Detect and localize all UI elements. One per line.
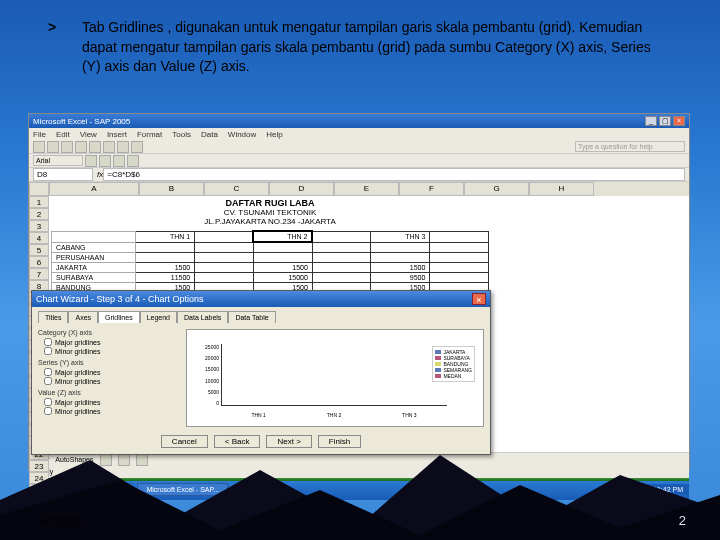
wizard-buttons: Cancel< BackNext >Finish <box>32 433 490 450</box>
toolbar-icon[interactable] <box>75 141 87 153</box>
status-bar: Ready <box>29 466 689 478</box>
row-header[interactable]: 3 <box>29 220 49 232</box>
toolbar-icon[interactable] <box>118 454 130 466</box>
row-header[interactable]: 4 <box>29 232 49 244</box>
wizard-button[interactable]: Cancel <box>161 435 208 448</box>
wizard-titlebar: Chart Wizard - Step 3 of 4 - Chart Optio… <box>32 291 490 307</box>
gridline-checkbox[interactable] <box>44 338 52 346</box>
standard-toolbar: Type a question for help <box>29 140 689 154</box>
formatting-toolbar: Arial <box>29 154 689 168</box>
chart-preview: 2500020000150001000050000 THN 1THN 2THN … <box>186 329 484 427</box>
row-header[interactable]: 23 <box>29 460 49 472</box>
menu-item[interactable]: Tools <box>172 130 191 139</box>
name-box[interactable]: D8 <box>33 168 93 181</box>
toolbar-icon[interactable] <box>89 141 101 153</box>
wizard-button[interactable]: Next > <box>266 435 311 448</box>
menu-item[interactable]: View <box>80 130 97 139</box>
wizard-button[interactable]: Finish <box>318 435 361 448</box>
minimize-button[interactable]: _ <box>645 116 657 126</box>
col-header[interactable]: D <box>269 182 334 196</box>
col-header[interactable]: A <box>49 182 139 196</box>
maximize-button[interactable]: ▢ <box>659 116 671 126</box>
windows-taskbar: start SAP PEND... Microsoft Excel - SAP.… <box>29 478 689 500</box>
menu-item[interactable]: Window <box>228 130 256 139</box>
wizard-tab[interactable]: Legend <box>140 311 177 323</box>
worksheet[interactable]: A B C D E F G H 123456789101112131415161… <box>29 182 689 452</box>
toolbar-icon[interactable] <box>113 155 125 167</box>
col-header[interactable]: H <box>529 182 594 196</box>
col-header[interactable]: F <box>399 182 464 196</box>
menu-item[interactable]: Insert <box>107 130 127 139</box>
paragraph-text: Tab Gridlines , digunakan untuk mengatur… <box>82 18 662 77</box>
col-header[interactable]: B <box>139 182 204 196</box>
bullet-marker: > <box>48 18 78 38</box>
select-all-cell[interactable] <box>29 182 49 196</box>
column-headers: A B C D E F G H <box>29 182 689 196</box>
col-header[interactable]: E <box>334 182 399 196</box>
menu-item[interactable]: Data <box>201 130 218 139</box>
help-search[interactable]: Type a question for help <box>575 141 685 152</box>
wizard-tab[interactable]: Axes <box>68 311 98 323</box>
row-header[interactable]: 26 <box>29 496 49 508</box>
formula-input[interactable]: =C8*D$6 <box>103 168 685 181</box>
footer-date: 9/7/2021 <box>40 516 83 528</box>
report-sub2: JL.P.JAYAKARTA NO.234 -JAKARTA <box>51 217 489 226</box>
gridline-checkbox[interactable] <box>44 347 52 355</box>
report-sub1: CV. TSUNAMI TEKTONIK <box>51 208 489 217</box>
autoshapes-menu[interactable]: AutoShapes <box>55 456 93 463</box>
formula-bar: D8 fx =C8*D$6 <box>29 168 689 182</box>
gridlines-options: Category (X) axisMajor gridlinesMinor gr… <box>38 329 178 427</box>
gridline-checkbox[interactable] <box>44 407 52 415</box>
app-title: Microsoft Excel - SAP 2005 <box>33 117 130 126</box>
row-header[interactable]: 25 <box>29 484 49 496</box>
menu-item[interactable]: File <box>33 130 46 139</box>
wizard-tab[interactable]: Data Table <box>228 311 275 323</box>
toolbar-icon[interactable] <box>100 454 112 466</box>
toolbar-icon[interactable] <box>47 141 59 153</box>
row-header[interactable]: 2 <box>29 208 49 220</box>
menu-item[interactable]: Help <box>266 130 282 139</box>
report-title: DAFTAR RUGI LABA <box>51 198 489 208</box>
wizard-button[interactable]: < Back <box>214 435 261 448</box>
toolbar-icon[interactable] <box>33 141 45 153</box>
font-select[interactable]: Arial <box>33 155 83 166</box>
menu-item[interactable]: Edit <box>56 130 70 139</box>
system-tray-time[interactable]: 11:42 PM <box>647 484 689 495</box>
toolbar-icon[interactable] <box>117 141 129 153</box>
row-header[interactable]: 5 <box>29 244 49 256</box>
row-header[interactable]: 7 <box>29 268 49 280</box>
toolbar-icon[interactable] <box>131 141 143 153</box>
wizard-tab[interactable]: Titles <box>38 311 68 323</box>
close-button[interactable]: × <box>673 116 685 126</box>
footer-page-number: 2 <box>679 513 686 528</box>
row-header[interactable]: 1 <box>29 196 49 208</box>
taskbar-item[interactable]: SAP PEND... <box>74 483 133 496</box>
wizard-tab[interactable]: Data Labels <box>177 311 228 323</box>
wizard-tabs: TitlesAxesGridlinesLegendData LabelsData… <box>32 307 490 323</box>
col-header[interactable]: C <box>204 182 269 196</box>
toolbar-icon[interactable] <box>99 155 111 167</box>
row-header[interactable]: 24 <box>29 472 49 484</box>
excel-screenshot: Microsoft Excel - SAP 2005 _ ▢ × File Ed… <box>28 113 690 471</box>
gridline-checkbox[interactable] <box>44 368 52 376</box>
wizard-tab[interactable]: Gridlines <box>98 311 140 323</box>
col-header[interactable]: G <box>464 182 529 196</box>
toolbar-icon[interactable] <box>103 141 115 153</box>
toolbar-icon[interactable] <box>85 155 97 167</box>
gridline-checkbox[interactable] <box>44 398 52 406</box>
wizard-close-button[interactable]: × <box>472 293 486 305</box>
menu-item[interactable]: Format <box>137 130 162 139</box>
toolbar-icon[interactable] <box>127 155 139 167</box>
slide-body-text: > Tab Gridlines , digunakan untuk mengat… <box>48 18 690 77</box>
taskbar-item[interactable]: Microsoft Excel - SAP... <box>137 483 228 496</box>
toolbar-icon[interactable] <box>136 454 148 466</box>
menubar: File Edit View Insert Format Tools Data … <box>29 128 689 140</box>
row-header[interactable]: 6 <box>29 256 49 268</box>
wizard-title: Chart Wizard - Step 3 of 4 - Chart Optio… <box>36 294 204 304</box>
excel-titlebar: Microsoft Excel - SAP 2005 _ ▢ × <box>29 114 689 128</box>
gridline-checkbox[interactable] <box>44 377 52 385</box>
toolbar-icon[interactable] <box>61 141 73 153</box>
chart-wizard-dialog: Chart Wizard - Step 3 of 4 - Chart Optio… <box>31 290 491 455</box>
